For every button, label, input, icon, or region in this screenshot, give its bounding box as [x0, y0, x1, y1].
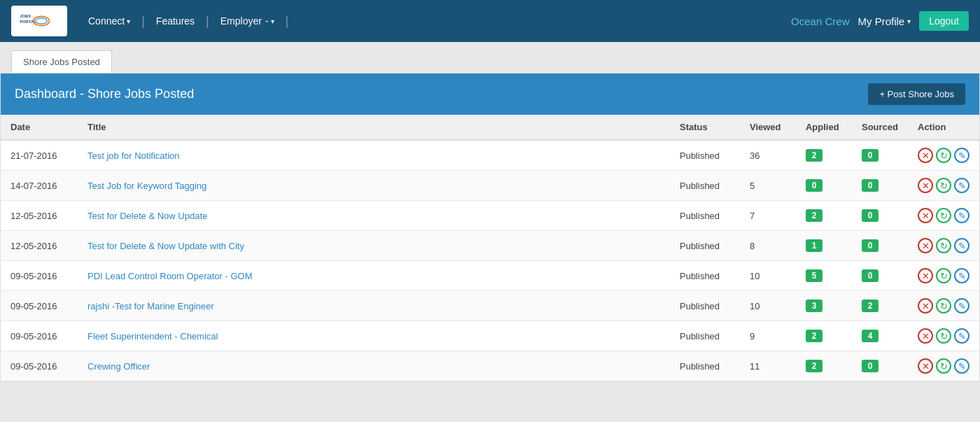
cell-date: 21-07-2016	[1, 140, 78, 171]
sourced-badge: 0	[862, 209, 878, 222]
applied-badge: 3	[806, 300, 822, 312]
divider-3: |	[286, 14, 289, 29]
nav-features[interactable]: Features	[149, 10, 202, 32]
my-profile-menu[interactable]: My Profile ▾	[858, 15, 911, 27]
navbar-links: Connect ▾ | Features | Employer - ▾ |	[81, 10, 791, 32]
job-title-link[interactable]: rajshi -Test for Marine Engineer	[88, 301, 214, 311]
col-header-title: Title	[78, 115, 670, 140]
dashboard-title: Dashboard - Shore Jobs Posted	[15, 87, 194, 101]
job-title-link[interactable]: Crewing Officer	[88, 361, 150, 372]
edit-icon[interactable]: ✎	[954, 178, 969, 193]
applied-badge: 1	[806, 239, 822, 252]
cell-action: ✕ ↻ ✎	[908, 231, 979, 261]
refresh-icon[interactable]: ↻	[936, 358, 951, 374]
divider-1: |	[141, 14, 145, 29]
cell-title: Fleet Superintendent - Chemical	[78, 321, 670, 351]
job-title-link[interactable]: Fleet Superintendent - Chemical	[88, 331, 218, 342]
job-title-link[interactable]: Test job for Notification	[88, 150, 180, 161]
cell-status: Published	[670, 321, 740, 351]
cell-action: ✕ ↻ ✎	[908, 351, 979, 381]
edit-icon[interactable]: ✎	[954, 148, 969, 163]
applied-badge: 2	[806, 209, 822, 222]
job-title-link[interactable]: Test for Delete & Now Update with City	[88, 241, 244, 251]
edit-icon[interactable]: ✎	[954, 268, 969, 283]
col-header-status: Status	[670, 115, 740, 140]
col-header-date: Date	[1, 115, 78, 140]
delete-icon[interactable]: ✕	[918, 328, 933, 344]
sourced-badge: 0	[862, 360, 878, 372]
cell-date: 09-05-2016	[1, 261, 78, 291]
cell-applied: 3	[796, 291, 852, 321]
nav-employer[interactable]: Employer - ▾	[214, 10, 281, 32]
sourced-badge: 0	[862, 239, 878, 252]
cell-date: 12-05-2016	[1, 231, 78, 261]
job-title-link[interactable]: Test Job for Keyword Tagging	[88, 181, 206, 191]
cell-applied: 2	[796, 201, 852, 231]
action-icons: ✕ ↻ ✎	[918, 298, 969, 314]
delete-icon[interactable]: ✕	[918, 358, 933, 374]
edit-icon[interactable]: ✎	[954, 238, 969, 253]
main-content: Dashboard - Shore Jobs Posted + Post Sho…	[0, 73, 980, 382]
cell-status: Published	[670, 201, 740, 231]
action-icons: ✕ ↻ ✎	[918, 148, 969, 163]
delete-icon[interactable]: ✕	[918, 148, 933, 163]
svg-text:JOBS: JOBS	[20, 14, 31, 18]
logo[interactable]: JOBS PORTAL	[11, 6, 67, 36]
cell-applied: 5	[796, 261, 852, 291]
applied-badge: 2	[806, 330, 822, 342]
refresh-icon[interactable]: ↻	[936, 148, 951, 163]
action-icons: ✕ ↻ ✎	[918, 358, 969, 374]
sourced-badge: 0	[862, 269, 878, 282]
cell-status: Published	[670, 351, 740, 381]
cell-action: ✕ ↻ ✎	[908, 201, 979, 231]
delete-icon[interactable]: ✕	[918, 298, 933, 314]
divider-2: |	[206, 14, 209, 29]
cell-action: ✕ ↻ ✎	[908, 171, 979, 201]
delete-icon[interactable]: ✕	[918, 178, 933, 193]
cell-status: Published	[670, 231, 740, 261]
job-title-link[interactable]: PDI Lead Control Room Operator - GOM	[88, 271, 253, 281]
edit-icon[interactable]: ✎	[954, 328, 969, 344]
cell-date: 09-05-2016	[1, 321, 78, 351]
refresh-icon[interactable]: ↻	[936, 298, 951, 314]
cell-action: ✕ ↻ ✎	[908, 321, 979, 351]
shore-jobs-tab[interactable]: Shore Jobs Posted	[11, 50, 112, 73]
cell-title: Test for Delete & Now Update with City	[78, 231, 670, 261]
cell-action: ✕ ↻ ✎	[908, 140, 979, 171]
cell-status: Published	[670, 261, 740, 291]
refresh-icon[interactable]: ↻	[936, 268, 951, 283]
jobs-table: Date Title Status Viewed Applied Sourced…	[1, 115, 979, 381]
cell-viewed: 10	[740, 291, 796, 321]
nav-connect[interactable]: Connect ▾	[81, 10, 137, 32]
table-row: 12-05-2016 Test for Delete & Now Update …	[1, 201, 979, 231]
logout-button[interactable]: Logout	[919, 11, 969, 31]
cell-title: Test Job for Keyword Tagging	[78, 171, 670, 201]
post-shore-jobs-button[interactable]: + Post Shore Jobs	[868, 83, 965, 105]
cell-viewed: 9	[740, 321, 796, 351]
refresh-icon[interactable]: ↻	[936, 328, 951, 344]
refresh-icon[interactable]: ↻	[936, 238, 951, 253]
job-title-link[interactable]: Test for Delete & Now Update	[88, 211, 207, 221]
cell-status: Published	[670, 140, 740, 171]
delete-icon[interactable]: ✕	[918, 238, 933, 253]
table-row: 09-05-2016 PDI Lead Control Room Operato…	[1, 261, 979, 291]
edit-icon[interactable]: ✎	[954, 208, 969, 223]
ocean-crew-link[interactable]: Ocean Crew	[791, 15, 849, 27]
edit-icon[interactable]: ✎	[954, 358, 969, 374]
edit-icon[interactable]: ✎	[954, 298, 969, 314]
dashboard-header: Dashboard - Shore Jobs Posted + Post Sho…	[1, 73, 979, 115]
cell-title: rajshi -Test for Marine Engineer	[78, 291, 670, 321]
table-header: Date Title Status Viewed Applied Sourced…	[1, 115, 979, 140]
cell-viewed: 5	[740, 171, 796, 201]
delete-icon[interactable]: ✕	[918, 268, 933, 283]
applied-badge: 5	[806, 269, 822, 282]
refresh-icon[interactable]: ↻	[936, 208, 951, 223]
refresh-icon[interactable]: ↻	[936, 178, 951, 193]
action-icons: ✕ ↻ ✎	[918, 268, 969, 283]
cell-sourced: 0	[852, 351, 908, 381]
sourced-badge: 2	[862, 300, 878, 312]
sourced-badge: 0	[862, 149, 878, 162]
table-body: 21-07-2016 Test job for Notification Pub…	[1, 140, 979, 381]
delete-icon[interactable]: ✕	[918, 208, 933, 223]
cell-viewed: 10	[740, 261, 796, 291]
